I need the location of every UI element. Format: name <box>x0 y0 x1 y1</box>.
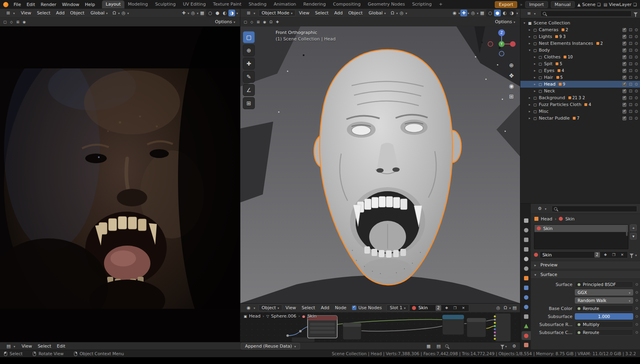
object-tab[interactable] <box>522 274 531 283</box>
expand-caret-icon[interactable]: ▸ <box>532 82 537 86</box>
exclude-checkbox[interactable] <box>622 116 626 120</box>
cursor-tool[interactable]: ⊕ <box>243 44 255 56</box>
disable-render-icon[interactable]: ⊙ <box>635 109 638 114</box>
animate-dot[interactable] <box>636 291 638 294</box>
node-link-button[interactable]: Multiply <box>575 321 633 328</box>
workspace-tab[interactable]: Modeling <box>124 0 152 8</box>
search-icon[interactable] <box>445 344 448 348</box>
gizmos-icon[interactable]: ✚ <box>180 10 187 16</box>
new-viewlayer-icon[interactable]: ❏ <box>633 2 637 7</box>
settings-gear-icon[interactable]: ⚙ <box>511 343 518 350</box>
copy-icon[interactable]: ❐ <box>611 252 617 258</box>
header-extra-icon[interactable]: ◇ <box>249 18 255 25</box>
menu-item[interactable]: View <box>283 305 299 311</box>
disable-viewport-icon[interactable]: ⊡ <box>629 41 632 46</box>
menu-item[interactable]: Select <box>299 305 318 311</box>
disable-viewport-icon[interactable]: ⊡ <box>629 75 632 80</box>
menu-item[interactable]: Help <box>82 2 98 8</box>
disable-viewport-icon[interactable]: ⊡ <box>629 89 632 93</box>
scene-selector[interactable]: ▲ Scene ❏ <box>578 2 601 7</box>
outliner-search-input[interactable] <box>548 11 629 16</box>
display-list-icon[interactable]: ▤ <box>435 343 442 350</box>
header-extra-icon[interactable]: ◉ <box>262 18 268 25</box>
expand-caret-icon[interactable]: ▾ <box>527 48 532 52</box>
copy-icon[interactable]: ❐ <box>452 304 458 311</box>
material-tab[interactable] <box>522 331 531 340</box>
disable-viewport-icon[interactable]: ⊡ <box>629 62 632 66</box>
move-tool[interactable]: ✚ <box>243 58 255 70</box>
overlays-icon[interactable]: ◎ <box>470 10 476 16</box>
properties-search-input[interactable] <box>559 206 635 211</box>
workspace-tab[interactable]: Compositing <box>330 0 364 8</box>
menu-item[interactable]: Render <box>38 2 59 8</box>
exclude-checkbox[interactable] <box>622 55 626 59</box>
viewport-canvas[interactable]: Front Orthographic (1) Scene Collection … <box>240 26 520 303</box>
disable-render-icon[interactable]: ⊙ <box>635 48 638 52</box>
disable-render-icon[interactable]: ⊙ <box>635 41 638 46</box>
outliner-row[interactable]: ▸ ▢ Hair 5 ⊡ ⊙ <box>520 74 640 81</box>
filter-icon[interactable] <box>634 12 638 15</box>
overlays-icon[interactable]: ◎ <box>190 10 196 16</box>
outliner-row[interactable]: ▸ ▢ Background 21 3 2 ⊡ ⊙ <box>520 94 640 101</box>
fake-user-icon[interactable]: ❖ <box>444 304 450 311</box>
exclude-checkbox[interactable] <box>622 62 626 66</box>
workspace-tab[interactable]: + <box>435 0 446 8</box>
mode-dropdown[interactable]: Object Mode <box>258 10 296 16</box>
shading-solid-icon[interactable]: ● <box>494 10 501 16</box>
animate-dot[interactable] <box>636 323 638 326</box>
transform-orientation-dropdown[interactable]: Global <box>88 10 110 16</box>
outliner-row[interactable]: ▸ ▢ Cameras 2 ⊡ ⊙ <box>520 26 640 33</box>
header-extra-icon[interactable]: ✚ <box>274 18 280 25</box>
particles-tab[interactable] <box>522 293 531 302</box>
operator-redo-panel[interactable]: Append (Reuse Data) <box>241 343 300 350</box>
outliner-row[interactable]: ▸ ▢ Eyes 4 ⊡ ⊙ <box>520 67 640 74</box>
editor-type-button[interactable]: ▤ <box>2 342 18 350</box>
breadcrumb-object[interactable]: Head <box>541 216 552 222</box>
gizmos-icon[interactable]: ✚ <box>460 10 467 16</box>
expand-caret-icon[interactable]: ▸ <box>532 76 537 79</box>
material-slot-row[interactable]: Skin <box>534 225 628 232</box>
measure-tool[interactable]: ∠ <box>243 84 255 96</box>
outliner-row[interactable]: ▾ ▢ Body ⊡ ⊙ <box>520 47 640 54</box>
blender-logo-icon[interactable] <box>3 2 8 7</box>
material-users-button[interactable]: 2 <box>594 252 600 258</box>
menu-item[interactable]: Edit <box>24 2 38 8</box>
exclude-checkbox[interactable] <box>622 69 626 73</box>
menu-item[interactable]: Select <box>35 343 54 349</box>
menu-item[interactable]: File <box>11 2 24 8</box>
exclude-checkbox[interactable] <box>622 89 626 93</box>
texture-tab[interactable] <box>522 341 531 350</box>
header-extra-icon[interactable]: ⊞ <box>255 18 261 25</box>
material-slot-list[interactable]: Skin <box>534 224 628 249</box>
disable-viewport-icon[interactable]: ⊡ <box>629 48 632 52</box>
property-dropdown[interactable]: Random Walk <box>575 297 633 304</box>
slot-list-scrollbar[interactable] <box>626 226 628 236</box>
pin-icon[interactable]: ◎ <box>495 304 502 311</box>
annotate-tool[interactable]: ✎ <box>243 71 255 83</box>
node-graph-canvas[interactable]: ▣ Head › ▽ Sphere.006 › ● Skin <box>240 312 520 342</box>
expand-caret-icon[interactable]: ▸ <box>527 96 532 100</box>
viewlayer-selector[interactable]: ▤ ViewLayer ❏ <box>604 2 637 7</box>
disable-render-icon[interactable]: ⊙ <box>635 34 638 39</box>
breadcrumb-material[interactable]: Skin <box>565 216 574 222</box>
properties-search[interactable] <box>552 206 637 212</box>
display-grid-icon[interactable]: ▦ <box>425 343 432 350</box>
disable-viewport-icon[interactable]: ⊡ <box>629 68 632 73</box>
node-link-button[interactable]: Principled BSDF <box>575 281 633 288</box>
animate-dot[interactable] <box>636 307 638 310</box>
transform-orientation-dropdown[interactable]: Global <box>366 10 389 16</box>
expand-caret-icon[interactable]: ▸ <box>527 35 532 38</box>
shading-solid-icon[interactable]: ● <box>214 10 221 16</box>
shading-material-icon[interactable]: ◐ <box>221 10 228 16</box>
proportional-edit-icon[interactable]: ◎ <box>398 10 405 16</box>
expand-caret-icon[interactable]: ▸ <box>527 110 532 113</box>
outliner-row[interactable]: ▸ ▢ Nectar Puddle 7 ⊡ ⊙ <box>520 115 640 122</box>
add-slot-button[interactable]: ＋ <box>630 224 637 231</box>
visibility-icon[interactable]: ◉ <box>451 10 458 16</box>
workspace-tab[interactable]: Shading <box>245 0 270 8</box>
workspace-tab[interactable]: Geometry Nodes <box>364 0 408 8</box>
modifiers-tab[interactable] <box>522 283 531 292</box>
outliner-row[interactable]: ▾ ▦ Scene Collection ⊡ ⊙ <box>520 20 640 26</box>
options-dropdown[interactable]: Options <box>492 19 518 25</box>
header-extra-icon[interactable]: ⊞ <box>15 18 21 25</box>
